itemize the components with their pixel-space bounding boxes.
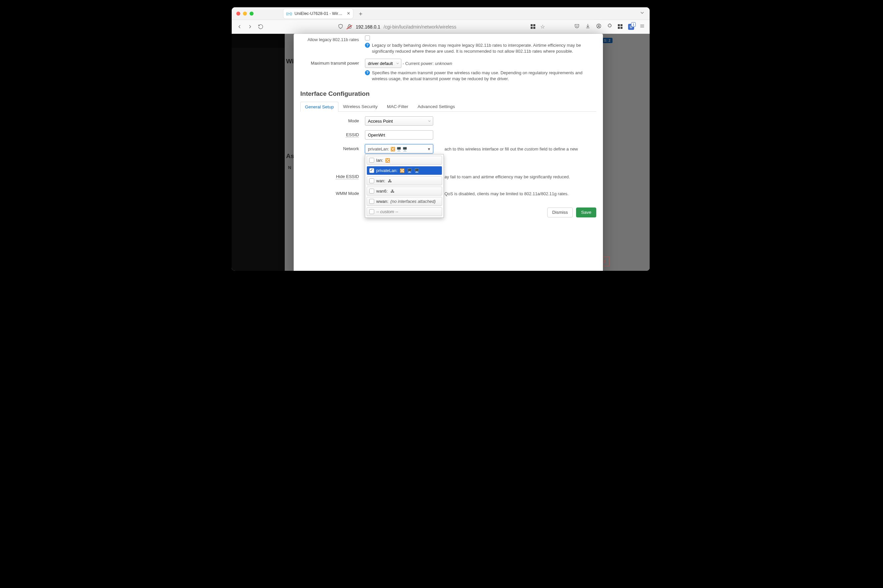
tab-general-setup[interactable]: General Setup (300, 102, 339, 112)
shield-icon[interactable] (338, 24, 343, 30)
device-icon: 🖥️ (414, 168, 419, 173)
bridge-icon: 🔀 (385, 158, 390, 163)
traffic-lights (236, 12, 253, 16)
tx-power-select[interactable]: driver default (365, 58, 402, 68)
hide-essid-label: Hide ESSID (300, 172, 365, 179)
dropdown-option-lan[interactable]: lan: 🔀 (367, 156, 442, 165)
browser-window: ((•)) UniElec-U7628-01 - Wireless - ✕ ＋ (232, 7, 650, 271)
titlebar: ((•)) UniElec-U7628-01 - Wireless - ✕ ＋ (232, 7, 650, 20)
network-multiselect[interactable]: privateLan: 🔀 🖥️ 🖥️ ▾ (365, 144, 433, 153)
url-host: 192.168.0.1 (356, 24, 380, 30)
toolbar: 192.168.0.1/cgi-bin/luci/admin/network/w… (232, 20, 650, 34)
essid-row: ESSID (300, 130, 596, 140)
wireless-config-modal: Allow legacy 802.11b rates ? Legacy or b… (294, 34, 603, 271)
dropdown-option-wan[interactable]: wan: 🖧 (367, 176, 442, 185)
tabs-chevron-icon[interactable] (639, 10, 645, 17)
toolbar-right: U (574, 23, 645, 30)
device-icon: 🖥️ (407, 168, 412, 173)
dropdown-option-wwan[interactable]: wwan: (no interfaces attached) (367, 197, 442, 206)
option-checkbox[interactable] (369, 189, 374, 194)
dropdown-option-privatelan[interactable]: privateLan: 🔀 🖥️ 🖥️ (367, 166, 442, 175)
custom-network-input[interactable] (376, 209, 439, 214)
device-icon: 🖥️ (402, 147, 408, 152)
tx-power-row: Maximum transmit power driver default - … (300, 58, 596, 81)
extension-badge[interactable]: U (628, 24, 634, 30)
legacy-rates-checkbox[interactable] (365, 36, 370, 40)
wmm-help: QoS is disabled, clients may be limited … (444, 191, 568, 197)
option-checkbox[interactable] (369, 199, 374, 204)
wmm-label: WMM Mode (300, 189, 365, 196)
dropdown-option-wan6[interactable]: wan6: 🖧 (367, 187, 442, 195)
window-close[interactable] (236, 12, 240, 16)
window-zoom[interactable] (250, 12, 253, 16)
interface-icons: 🔀 🖥️ 🖥️ (390, 147, 408, 152)
browser-tab[interactable]: ((•)) UniElec-U7628-01 - Wireless - ✕ (283, 9, 353, 18)
ethernet-icon: 🖧 (387, 178, 393, 183)
bookmark-star-icon[interactable]: ☆ (540, 24, 545, 30)
url-path: /cgi-bin/luci/admin/network/wireless (384, 24, 456, 30)
svg-rect-0 (348, 26, 351, 28)
option-checkbox[interactable] (369, 168, 374, 173)
legacy-rates-row: Allow legacy 802.11b rates ? Legacy or b… (300, 35, 596, 54)
network-row: Network privateLan: 🔀 🖥️ 🖥️ (300, 144, 596, 152)
reload-button[interactable] (258, 24, 264, 30)
legacy-rates-label: Allow legacy 802.11b rates (300, 35, 365, 42)
interface-config-heading: Interface Configuration (300, 90, 596, 98)
hide-essid-help: ay fail to roam and airtime efficiency m… (444, 174, 570, 180)
wmm-row: WMM Mode QoS is disabled, clients may be… (300, 189, 596, 197)
network-help: ach to this wireless interface or fill o… (444, 146, 578, 152)
hide-essid-row: Hide ESSID ay fail to roam and airtime e… (300, 172, 596, 180)
info-icon: ? (365, 70, 370, 75)
tab-wireless-security[interactable]: Wireless Security (339, 101, 382, 111)
option-checkbox[interactable] (369, 209, 374, 214)
essid-label: ESSID (300, 130, 365, 137)
option-checkbox[interactable] (369, 178, 374, 183)
modal-buttons: Dismiss Save (300, 207, 596, 218)
legacy-rates-help: Legacy or badly behaving devices may req… (372, 42, 596, 54)
tab-title: UniElec-U7628-01 - Wireless - (295, 11, 344, 16)
network-label: Network (300, 144, 365, 151)
account-icon[interactable] (596, 23, 601, 30)
caret-down-icon: ▾ (428, 147, 430, 152)
dropdown-option-custom[interactable] (367, 207, 442, 216)
info-icon: ? (365, 43, 370, 48)
tab-advanced-settings[interactable]: Advanced Settings (413, 101, 460, 111)
ethernet-icon: 🖧 (390, 189, 395, 194)
mode-label: Mode (300, 116, 365, 123)
tx-power-help: Specifies the maximum transmit power the… (372, 70, 596, 81)
apps-icon[interactable] (618, 24, 623, 29)
essid-input[interactable] (365, 130, 433, 140)
hamburger-icon[interactable] (639, 23, 645, 30)
network-selected-value: privateLan: (368, 147, 389, 152)
tx-power-note: - Current power: unknown (403, 61, 453, 66)
insecure-lock-icon[interactable] (347, 24, 352, 30)
tab-mac-filter[interactable]: MAC-Filter (382, 101, 413, 111)
tx-power-label: Maximum transmit power (300, 58, 365, 66)
extensions-icon[interactable] (607, 23, 613, 30)
bridge-icon: 🔀 (390, 147, 396, 152)
interface-tabs: General Setup Wireless Security MAC-Filt… (300, 101, 596, 112)
mode-select[interactable]: Access Point (365, 116, 433, 126)
bridge-icon: 🔀 (399, 168, 405, 173)
grid-icon[interactable] (531, 24, 536, 29)
download-icon[interactable] (585, 23, 591, 30)
page-content: S: 2 Wi As N 🖥️ Master "WhiteHouse- 50:C… (232, 34, 650, 271)
close-tab-icon[interactable]: ✕ (347, 11, 350, 16)
window-minimize[interactable] (243, 12, 247, 16)
forward-button[interactable] (247, 24, 253, 30)
back-button[interactable] (236, 24, 242, 30)
url-bar[interactable]: 192.168.0.1/cgi-bin/luci/admin/network/w… (268, 24, 526, 30)
new-tab-button[interactable]: ＋ (358, 10, 364, 18)
pocket-icon[interactable] (574, 23, 580, 30)
network-dropdown: lan: 🔀 privateLan: 🔀 🖥️ 🖥️ (365, 154, 444, 218)
wifi-icon: ((•)) (286, 12, 292, 16)
svg-point-2 (598, 25, 599, 26)
option-checkbox[interactable] (369, 158, 374, 163)
dismiss-button[interactable]: Dismiss (547, 207, 573, 218)
mode-row: Mode Access Point (300, 116, 596, 126)
save-button[interactable]: Save (576, 207, 596, 218)
device-icon: 🖥️ (396, 147, 402, 152)
